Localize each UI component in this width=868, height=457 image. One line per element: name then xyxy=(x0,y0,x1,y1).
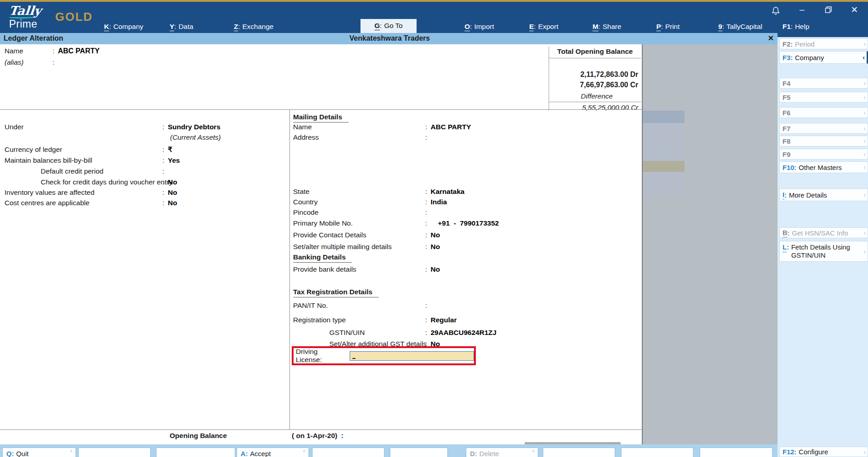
notification-bell-icon[interactable] xyxy=(770,5,782,15)
driving-license-highlight-box: Driving License: xyxy=(292,346,476,365)
sidebar-button-more-details[interactable]: I:More Details‹ xyxy=(779,188,868,201)
mobile-field[interactable]: +91 - 7990173352 xyxy=(431,219,499,227)
opening-balance-label: Opening Balance xyxy=(170,432,227,440)
quit-button[interactable]: Q:Quit∧ xyxy=(2,448,76,457)
credit-days-check-field[interactable]: No xyxy=(168,178,177,186)
sidebar-button-other-masters[interactable]: F10:Other Masters‹ xyxy=(779,161,868,173)
minimize-button[interactable]: – xyxy=(796,5,808,14)
tax-registration-heading: Tax Registration Details xyxy=(293,288,379,297)
sidebar-button-company[interactable]: F3:Company‹ xyxy=(779,51,868,64)
inventory-affected-field[interactable]: No xyxy=(168,188,177,196)
menu-item-share[interactable]: M:Share xyxy=(593,23,621,31)
alias-row: (alias): xyxy=(5,58,58,66)
opening-balance-date: ( on 1-Apr-20) : xyxy=(292,432,344,440)
bank-details-field[interactable]: No xyxy=(431,265,440,273)
sidebar-button-period: F2:Period‹ xyxy=(779,38,868,49)
difference-label: Difference xyxy=(549,92,641,100)
country-field[interactable]: India xyxy=(431,198,447,206)
contact-details-field[interactable]: No xyxy=(431,231,440,239)
chevron-left-icon: ‹ xyxy=(863,151,866,158)
difference-divider xyxy=(549,102,641,102)
field-row-address: Address: xyxy=(293,133,431,141)
field-row-state: State:Karnataka xyxy=(293,188,465,196)
field-row-bank-details: Provide bank details:No xyxy=(293,265,440,273)
menu-item-exchange[interactable]: Z:Exchange xyxy=(234,23,274,31)
opening-balance-separator xyxy=(0,429,642,430)
bottom-button-bar: Q:Quit∧ A:Accept∧ D:Delete∧ xyxy=(0,444,778,457)
tally-prime-window: { "ui": { "colon": ":", "chevron": "‹", … xyxy=(0,0,868,457)
form-right-border xyxy=(642,44,643,444)
field-row-mobile: Primary Mobile No.:+91 - 7990173352 xyxy=(293,219,499,227)
opening-balance-debit: 2,11,72,863.00 Dr xyxy=(549,71,641,79)
under-field[interactable]: Sundry Debtors xyxy=(168,123,220,131)
sidebar-button-f6: F6‹ xyxy=(779,107,868,118)
field-row-pan: PAN/IT No.: xyxy=(293,302,431,310)
chevron-left-icon: ‹ xyxy=(863,54,865,61)
menu-item-export[interactable]: E:Export xyxy=(529,23,558,31)
sidebar-top-strip xyxy=(778,33,868,37)
menu-item-tallycapital[interactable]: 9:TallyCapital xyxy=(718,23,762,31)
menu-item-company[interactable]: K:Company xyxy=(104,23,143,31)
chevron-left-icon: ‹ xyxy=(863,94,866,101)
sidebar-button-f4: F4‹ xyxy=(779,78,868,89)
restore-button[interactable] xyxy=(822,5,834,13)
banking-details-heading: Banking Details xyxy=(293,253,352,263)
driving-license-input[interactable] xyxy=(350,351,474,361)
delete-button: D:Delete∧ xyxy=(466,448,538,457)
edition-badge: GOLD xyxy=(55,10,93,24)
multiple-mailing-field[interactable]: No xyxy=(431,243,440,250)
tally-prime-logo: Tally Prime xyxy=(9,4,41,29)
section-separator xyxy=(0,109,642,110)
parent-group-note: (Current Assets) xyxy=(168,133,221,141)
tally-logo-script: Tally xyxy=(8,4,42,18)
gstin-field[interactable]: 29AABCU9624R1ZJ xyxy=(431,329,497,336)
sidebar-button-hsn-sac: B:Get HSN/SAC Info‹ xyxy=(779,227,868,238)
sidebar-button-fetch-gstin[interactable]: L:Fetch Details Using GSTIN/UIN‹ xyxy=(779,241,868,262)
menu-item-print[interactable]: P:Print xyxy=(656,23,680,31)
menu-item-go-to[interactable]: G:Go To xyxy=(360,19,417,33)
sidebar-button-f5: F5‹ xyxy=(779,92,868,103)
screen-title-bar: Ledger Alteration Venkateshwara Traders … xyxy=(0,33,779,44)
field-row-multiple-mailing: Set/alter multiple mailing details:No xyxy=(293,243,440,251)
chevron-left-icon: ‹ xyxy=(863,125,866,132)
field-row-gstin: GSTIN/UIN:29AABCU9624R1ZJ xyxy=(293,329,497,337)
sidebar-button-f9: F9‹ xyxy=(779,149,868,160)
close-window-button[interactable]: ✕ xyxy=(849,5,860,15)
expand-caret-icon: ∧ xyxy=(532,448,535,453)
cost-centres-field[interactable]: No xyxy=(168,199,177,207)
chevron-left-icon: ‹ xyxy=(863,137,866,145)
sidebar-button-f8: F8‹ xyxy=(779,136,868,146)
opening-balance-credit: 7,66,97,863.00 Cr xyxy=(549,81,641,89)
company-name: Venkateshwara Traders xyxy=(0,34,779,42)
blank-button xyxy=(390,448,448,457)
ledger-name-field[interactable]: ABC PARTY xyxy=(58,47,100,55)
blank-button xyxy=(543,448,615,457)
menu-item-import[interactable]: O:Import xyxy=(465,23,494,31)
chevron-left-icon: ‹ xyxy=(863,40,866,47)
field-row-parent-group: :(Current Assets) xyxy=(5,133,221,141)
field-row-credit-days-check: Check for credit days during voucher ent… xyxy=(5,178,177,186)
total-opening-balance-box: Total Opening Balance 2,11,72,863.00 Dr … xyxy=(549,47,641,110)
text-cursor xyxy=(352,358,356,359)
accept-button[interactable]: A:Accept∧ xyxy=(237,448,309,457)
bill-by-bill-field[interactable]: Yes xyxy=(168,156,180,164)
menu-item-data[interactable]: Y:Data xyxy=(170,23,193,31)
close-screen-icon[interactable]: ✕ xyxy=(768,34,774,42)
currency-field[interactable]: ₹ xyxy=(168,146,172,153)
blank-button xyxy=(156,448,235,457)
chevron-left-icon: ‹ xyxy=(863,191,866,198)
registration-type-field[interactable]: Regular xyxy=(431,316,457,324)
background-block xyxy=(643,161,684,172)
field-row-mailing-name: Name:ABC PARTY xyxy=(293,123,471,131)
state-field[interactable]: Karnataka xyxy=(431,188,465,195)
field-row-bill-by-bill: Maintain balances bill-by-bill:Yes xyxy=(5,156,180,165)
background-block xyxy=(643,172,684,194)
menu-item-help[interactable]: F1:Help xyxy=(783,23,809,31)
mailing-name-field[interactable]: ABC PARTY xyxy=(431,123,471,131)
sidebar-button-configure[interactable]: F12:Configure‹ xyxy=(779,447,868,457)
field-row-country: Country:India xyxy=(293,198,447,206)
field-row-contact-details: Provide Contact Details:No xyxy=(293,231,440,239)
chevron-left-icon: ‹ xyxy=(863,448,866,456)
expand-caret-icon: ∧ xyxy=(70,448,73,453)
driving-license-label: Driving License: xyxy=(296,348,346,364)
